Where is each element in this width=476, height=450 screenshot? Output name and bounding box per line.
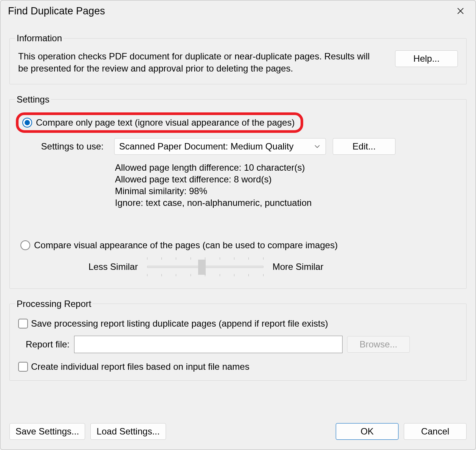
compare-visual-radio[interactable] (20, 240, 30, 250)
settings-details: Allowed page length difference: 10 chara… (115, 162, 458, 209)
find-duplicate-pages-dialog: Find Duplicate Pages Information This op… (0, 0, 476, 450)
similarity-slider[interactable] (147, 259, 264, 275)
settings-group: Settings Compare only page text (ignore … (9, 94, 467, 289)
settings-legend: Settings (15, 94, 51, 105)
processing-report-legend: Processing Report (15, 299, 93, 309)
browse-button[interactable]: Browse... (347, 336, 410, 353)
dialog-footer: Save Settings... Load Settings... OK Can… (9, 423, 467, 440)
individual-reports-checkbox[interactable] (18, 362, 28, 372)
detail-similarity: Minimal similarity: 98% (115, 185, 458, 197)
close-icon (457, 7, 464, 15)
combo-value: Scanned Paper Document: Medium Quality (119, 141, 294, 152)
less-similar-label: Less Similar (88, 262, 138, 272)
report-file-input[interactable] (74, 336, 343, 353)
compare-text-radio[interactable] (22, 118, 32, 128)
save-report-checkbox[interactable] (18, 319, 28, 329)
edit-button[interactable]: Edit... (333, 138, 395, 155)
settings-to-use-label: Settings to use: (18, 141, 107, 152)
detail-text-diff: Allowed page text difference: 8 word(s) (115, 173, 458, 185)
detail-ignore: Ignore: text case, non-alphanumeric, pun… (115, 197, 458, 209)
compare-visual-radio-label[interactable]: Compare visual appearance of the pages (… (34, 240, 338, 251)
load-settings-button[interactable]: Load Settings... (90, 423, 166, 440)
save-settings-button[interactable]: Save Settings... (9, 423, 85, 440)
individual-reports-label[interactable]: Create individual report files based on … (31, 361, 250, 372)
ok-button[interactable]: OK (336, 423, 398, 440)
dialog-title: Find Duplicate Pages (8, 5, 105, 17)
report-file-label: Report file: (20, 339, 70, 350)
processing-report-group: Processing Report Save processing report… (9, 299, 467, 381)
detail-length: Allowed page length difference: 10 chara… (115, 162, 458, 173)
compare-text-highlight: Compare only page text (ignore visual ap… (16, 112, 303, 133)
cancel-button[interactable]: Cancel (404, 423, 467, 440)
compare-text-radio-label[interactable]: Compare only page text (ignore visual ap… (36, 117, 295, 128)
close-button[interactable] (451, 4, 470, 18)
settings-to-use-combo[interactable]: Scanned Paper Document: Medium Quality (114, 138, 326, 155)
information-legend: Information (15, 33, 64, 44)
chevron-down-icon (314, 143, 320, 149)
help-button[interactable]: Help... (395, 50, 458, 67)
slider-thumb[interactable] (198, 260, 206, 275)
more-similar-label: More Similar (273, 262, 324, 272)
information-group: Information This operation checks PDF do… (9, 33, 467, 84)
save-report-label[interactable]: Save processing report listing duplicate… (31, 318, 328, 329)
titlebar: Find Duplicate Pages (0, 0, 476, 20)
information-text: This operation checks PDF document for d… (18, 50, 384, 75)
